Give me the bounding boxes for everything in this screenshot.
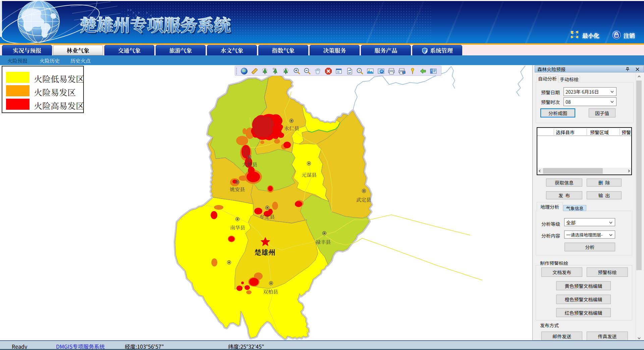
- svg-text:牟定县: 牟定县: [260, 213, 275, 220]
- svg-text:双柏县: 双柏县: [263, 288, 278, 295]
- svg-text:南华县: 南华县: [230, 224, 245, 231]
- svg-text:姚安县: 姚安县: [230, 186, 245, 193]
- svg-text:禄丰县: 禄丰县: [316, 238, 331, 245]
- svg-text:元谋县: 元谋县: [302, 171, 317, 178]
- svg-text:楚雄州专项服务系统: 楚雄州专项服务系统: [80, 12, 232, 36]
- svg-text:?: ?: [358, 69, 360, 72]
- svg-text:楚雄州: 楚雄州: [254, 247, 275, 257]
- svg-text:大姚县: 大姚县: [242, 161, 257, 168]
- svg-text:永仁县: 永仁县: [284, 124, 299, 132]
- svg-text:武定县: 武定县: [356, 196, 371, 203]
